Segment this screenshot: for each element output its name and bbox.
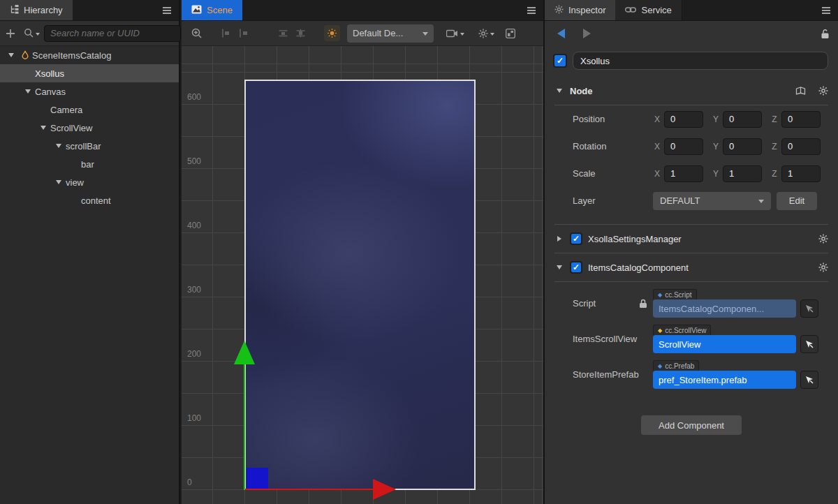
nav-back-icon[interactable]	[557, 29, 565, 38]
component-gear-icon[interactable]	[818, 262, 828, 272]
scale-z-input[interactable]	[781, 165, 821, 182]
gizmo-y-arrow-icon[interactable]	[234, 341, 255, 364]
store-item-prefab-row: StoreItemPrefab ◆ cc.Prefab pref_StoreIt…	[545, 360, 838, 389]
gear-icon	[554, 5, 564, 16]
align-top-icon[interactable]	[278, 29, 288, 38]
scene-viewport[interactable]: 600 500 400 300 200 100 0	[182, 46, 543, 504]
inspector-menu-icon[interactable]	[821, 6, 831, 15]
ruler-label-500: 500	[187, 156, 201, 166]
view-mode-dropdown[interactable]: Default De...	[347, 24, 434, 43]
inspector-nav-bar	[545, 21, 838, 46]
settings-manager-title: XsollaSettingsManager	[588, 234, 682, 244]
rotation-x-input[interactable]	[664, 138, 703, 155]
rotation-z-input[interactable]	[781, 138, 821, 155]
hierarchy-menu-icon[interactable]	[162, 6, 172, 15]
component-enabled-checkbox[interactable]: ✓	[570, 232, 582, 245]
axis-y-label: Y	[712, 142, 720, 151]
prefab-ref-field[interactable]: pref_StoreItem.prefab	[653, 371, 796, 389]
tree-item-bar[interactable]: bar	[0, 155, 179, 173]
expand-arrow-icon[interactable]	[36, 126, 50, 130]
expand-arrow-icon[interactable]	[52, 144, 66, 148]
node-section-header: Node	[545, 77, 838, 105]
position-z-input[interactable]	[781, 111, 821, 128]
add-node-button[interactable]	[6, 29, 15, 38]
design-canvas[interactable]	[244, 80, 476, 490]
unlock-icon[interactable]	[821, 29, 830, 39]
layout-grid-icon[interactable]	[506, 29, 515, 38]
tree-item-sceneitemscatalog[interactable]: SceneItemsCatalog	[0, 46, 179, 64]
lighting-icon[interactable]	[324, 25, 340, 41]
hierarchy-toolbar	[0, 21, 179, 46]
camera-dropdown[interactable]	[446, 29, 464, 38]
node-docs-icon[interactable]	[795, 87, 806, 96]
items-catalog-header: ✓ ItemsCatalogComponent	[545, 253, 838, 281]
inspector-tab-label: Inspector	[568, 5, 605, 15]
expand-arrow-icon[interactable]	[52, 180, 66, 184]
tree-item-content[interactable]: content	[0, 191, 179, 209]
gizmo-x-arrow-icon[interactable]	[373, 479, 396, 500]
expand-component-icon[interactable]	[554, 236, 564, 242]
scene-panel: Scene Default De...	[182, 0, 543, 504]
component-enabled-checkbox[interactable]: ✓	[570, 261, 582, 274]
tree-item-camera[interactable]: Camera	[0, 101, 179, 119]
position-y-input[interactable]	[723, 111, 762, 128]
tree-item-canvas[interactable]: Canvas	[0, 82, 179, 101]
script-ref-field[interactable]: ItemsCatalogComponen...	[653, 299, 796, 318]
node-settings-gear-icon[interactable]	[818, 86, 828, 96]
ruler-label-300: 300	[187, 285, 201, 295]
tree-item-scrollview[interactable]: ScrollView	[0, 119, 179, 137]
script-field-row: Script ◆ cc.Script ItemsCatalogComponen.…	[545, 289, 838, 318]
node-name-field[interactable]	[573, 52, 828, 70]
scene-flame-icon	[18, 50, 32, 60]
picker-icon[interactable]	[800, 371, 818, 389]
position-x-input[interactable]	[664, 111, 703, 128]
align-bottom-icon[interactable]	[295, 29, 306, 38]
store-item-prefab-label: StoreItemPrefab	[573, 369, 653, 380]
tree-item-view[interactable]: view	[0, 173, 179, 191]
scrollview-ref-field[interactable]: ScrollView	[653, 335, 796, 353]
gizmo-x-axis[interactable]	[245, 489, 373, 490]
service-link-icon	[625, 5, 636, 15]
node-active-checkbox[interactable]: ✓	[553, 54, 567, 68]
scene-menu-icon[interactable]	[527, 6, 536, 15]
picker-icon[interactable]	[800, 335, 818, 353]
scale-x-input[interactable]	[664, 165, 703, 182]
expand-arrow-icon[interactable]	[4, 53, 18, 57]
tab-scene[interactable]: Scene	[182, 0, 242, 20]
add-component-button[interactable]: Add Component	[641, 415, 742, 435]
tree-item-label: ScrollView	[50, 123, 92, 133]
search-filter-button[interactable]	[24, 28, 40, 38]
scene-settings-dropdown[interactable]	[478, 29, 494, 38]
scale-y-input[interactable]	[723, 165, 762, 182]
align-left-icon[interactable]	[221, 29, 231, 38]
tab-hierarchy[interactable]: Hierarchy	[0, 0, 73, 20]
hierarchy-panel: Hierarchy SceneItemsCatalog X	[0, 0, 180, 504]
layer-label: Layer	[573, 195, 653, 206]
rotation-y-input[interactable]	[723, 138, 762, 155]
axis-y-label: Y	[712, 114, 720, 124]
layer-edit-button[interactable]: Edit	[777, 192, 817, 210]
ruler-label-400: 400	[187, 221, 201, 230]
axis-y-label: Y	[712, 169, 720, 179]
search-input[interactable]	[44, 25, 181, 42]
origin-node-rect[interactable]	[247, 468, 268, 489]
layer-dropdown[interactable]: DEFAULT	[653, 192, 771, 210]
tab-inspector[interactable]: Inspector	[545, 0, 615, 20]
gizmo-y-axis[interactable]	[244, 364, 245, 490]
camera-icon	[446, 29, 458, 38]
nav-forward-icon[interactable]	[583, 29, 591, 38]
component-gear-icon[interactable]	[818, 234, 828, 244]
tree-item-label: bar	[81, 159, 94, 170]
zoom-region-icon[interactable]	[191, 28, 203, 39]
expand-arrow-icon[interactable]	[21, 89, 35, 94]
collapse-node-icon[interactable]	[554, 89, 564, 93]
tree-item-label: view	[66, 177, 84, 188]
tree-item-xsollus[interactable]: Xsollus	[0, 64, 179, 82]
align-right-icon[interactable]	[238, 29, 249, 38]
scale-label: Scale	[573, 168, 653, 179]
position-label: Position	[573, 114, 653, 124]
picker-icon[interactable]	[800, 299, 818, 318]
collapse-component-icon[interactable]	[554, 265, 564, 269]
tree-item-scrollbar[interactable]: scrollBar	[0, 137, 179, 155]
tab-service[interactable]: Service	[615, 0, 682, 20]
